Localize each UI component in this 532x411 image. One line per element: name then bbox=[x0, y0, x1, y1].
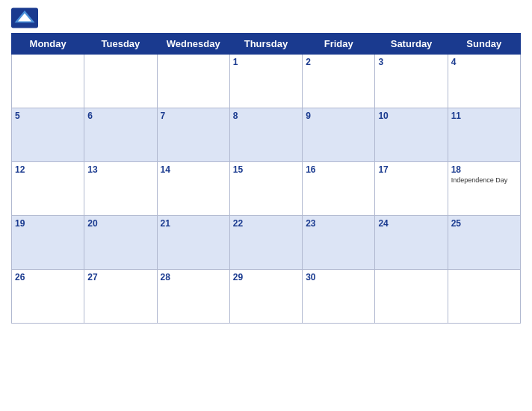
calendar-cell: 15 bbox=[229, 162, 302, 216]
day-number: 29 bbox=[233, 272, 299, 282]
calendar-cell: 26 bbox=[12, 270, 84, 324]
day-number: 5 bbox=[15, 111, 81, 121]
calendar-cell: 17 bbox=[375, 162, 448, 216]
calendar-page: MondayTuesdayWednesdayThursdayFridaySatu… bbox=[0, 0, 532, 411]
day-number: 9 bbox=[306, 111, 371, 121]
calendar-cell: 29 bbox=[229, 270, 302, 324]
weekday-header-tuesday: Tuesday bbox=[84, 34, 157, 55]
day-number: 30 bbox=[306, 272, 371, 282]
day-number: 23 bbox=[306, 218, 371, 229]
day-number: 20 bbox=[87, 218, 153, 229]
calendar-cell: 20 bbox=[84, 216, 157, 270]
calendar-cell: 16 bbox=[303, 162, 375, 216]
day-number: 22 bbox=[233, 218, 299, 229]
day-number: 4 bbox=[451, 57, 517, 67]
calendar-cell: 1 bbox=[229, 55, 302, 108]
calendar-cell: 7 bbox=[157, 108, 229, 162]
calendar-cell: 3 bbox=[375, 55, 448, 108]
calendar-week-row: 2627282930 bbox=[12, 270, 521, 324]
day-number: 16 bbox=[306, 164, 371, 175]
calendar-week-row: 1234 bbox=[12, 55, 521, 108]
weekday-header-saturday: Saturday bbox=[375, 34, 448, 55]
calendar-cell: 27 bbox=[84, 270, 157, 324]
day-number: 18 bbox=[451, 164, 517, 175]
calendar-header bbox=[11, 7, 521, 28]
calendar-cell: 22 bbox=[229, 216, 302, 270]
weekday-header-thursday: Thursday bbox=[229, 34, 302, 55]
calendar-cell: 10 bbox=[375, 108, 448, 162]
calendar-cell: 4 bbox=[448, 55, 520, 108]
calendar-cell: 28 bbox=[157, 270, 229, 324]
weekday-header-monday: Monday bbox=[12, 34, 84, 55]
day-number: 1 bbox=[233, 57, 299, 67]
day-number: 3 bbox=[378, 57, 444, 67]
day-number: 8 bbox=[233, 111, 299, 121]
day-number: 25 bbox=[451, 218, 517, 229]
calendar-cell: 11 bbox=[448, 108, 520, 162]
calendar-cell: 14 bbox=[157, 162, 229, 216]
day-number: 12 bbox=[15, 164, 81, 175]
calendar-week-row: 12131415161718Independence Day bbox=[12, 162, 521, 216]
calendar-cell: 19 bbox=[12, 216, 84, 270]
day-number: 6 bbox=[87, 111, 153, 121]
calendar-cell: 23 bbox=[303, 216, 375, 270]
day-number: 17 bbox=[378, 164, 444, 175]
calendar-week-row: 567891011 bbox=[12, 108, 521, 162]
calendar-cell: 30 bbox=[303, 270, 375, 324]
day-number: 21 bbox=[161, 218, 226, 229]
calendar-cell bbox=[157, 55, 229, 108]
calendar-cell bbox=[12, 55, 84, 108]
calendar-cell: 24 bbox=[375, 216, 448, 270]
day-number: 14 bbox=[161, 164, 226, 175]
calendar-cell: 13 bbox=[84, 162, 157, 216]
calendar-cell bbox=[375, 270, 448, 324]
day-number: 24 bbox=[378, 218, 444, 229]
day-number: 27 bbox=[87, 272, 153, 282]
calendar-cell bbox=[84, 55, 157, 108]
day-number: 11 bbox=[451, 111, 517, 121]
weekday-header-sunday: Sunday bbox=[448, 34, 520, 55]
calendar-cell: 12 bbox=[12, 162, 84, 216]
day-number: 26 bbox=[15, 272, 81, 282]
calendar-table: MondayTuesdayWednesdayThursdayFridaySatu… bbox=[11, 33, 521, 324]
calendar-cell: 2 bbox=[303, 55, 375, 108]
calendar-cell: 18Independence Day bbox=[448, 162, 520, 216]
calendar-cell: 5 bbox=[12, 108, 84, 162]
day-number: 7 bbox=[161, 111, 226, 121]
weekday-header-row: MondayTuesdayWednesdayThursdayFridaySatu… bbox=[12, 34, 521, 55]
calendar-cell: 8 bbox=[229, 108, 302, 162]
calendar-cell: 25 bbox=[448, 216, 520, 270]
logo-icon bbox=[11, 7, 38, 28]
day-number: 28 bbox=[161, 272, 226, 282]
weekday-header-friday: Friday bbox=[303, 34, 375, 55]
calendar-cell: 6 bbox=[84, 108, 157, 162]
calendar-week-row: 19202122232425 bbox=[12, 216, 521, 270]
calendar-cell bbox=[448, 270, 520, 324]
logo-area bbox=[11, 7, 38, 28]
day-number: 15 bbox=[233, 164, 299, 175]
day-number: 2 bbox=[306, 57, 371, 67]
calendar-cell: 21 bbox=[157, 216, 229, 270]
day-number: 13 bbox=[87, 164, 153, 175]
calendar-cell: 9 bbox=[303, 108, 375, 162]
day-number: 10 bbox=[378, 111, 444, 121]
holiday-label: Independence Day bbox=[451, 176, 517, 185]
day-number: 19 bbox=[15, 218, 81, 229]
weekday-header-wednesday: Wednesday bbox=[157, 34, 229, 55]
